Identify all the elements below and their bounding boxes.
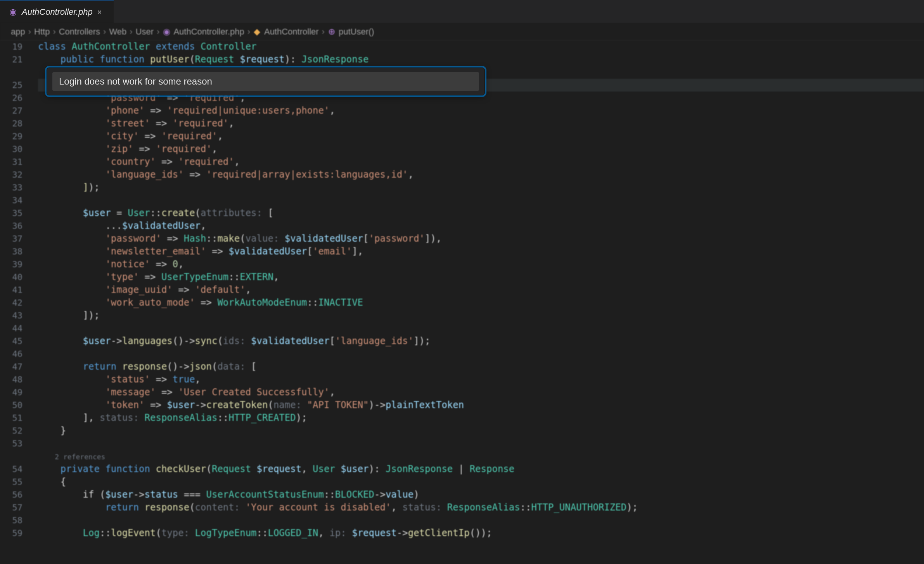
token (38, 233, 105, 244)
line-number: 31 (0, 156, 38, 168)
token: => (184, 169, 206, 180)
token: [ (329, 336, 335, 346)
token: JsonResponse (386, 464, 459, 474)
token: status: (402, 502, 447, 513)
token (38, 182, 83, 193)
token: Log (38, 528, 100, 538)
code-line[interactable] (38, 437, 924, 450)
code-line[interactable] (38, 322, 924, 335)
token: true (173, 374, 195, 385)
code-line[interactable]: 'zip' => 'required', (38, 143, 924, 156)
line-number: 21 (0, 53, 38, 66)
token: $request (352, 528, 397, 538)
code-line[interactable]: 'phone' => 'required|unique:users,phone'… (38, 104, 924, 117)
breadcrumb-segment[interactable]: AuthController (264, 27, 319, 37)
token: ( (240, 233, 245, 244)
line-number (0, 66, 38, 79)
code-line[interactable] (38, 348, 924, 360)
token: EXTERN (240, 272, 273, 282)
token: value (386, 489, 414, 500)
code-line[interactable]: 'status' => true, (38, 373, 924, 386)
token: $user (105, 489, 133, 500)
token: , (195, 374, 201, 385)
token (38, 144, 105, 154)
breadcrumb-segment[interactable]: Http (34, 27, 50, 37)
token: checkUser (156, 464, 206, 474)
token: , (273, 272, 279, 282)
token: :: (206, 233, 217, 244)
token: create (161, 208, 195, 218)
token: $validatedUser (285, 233, 363, 244)
token: => (139, 272, 161, 282)
breadcrumb-segment[interactable]: User (136, 27, 154, 37)
code-line[interactable]: 'token' => $user->createToken(name: "API… (38, 399, 924, 412)
line-number: 45 (0, 335, 38, 348)
breadcrumb-segment[interactable]: Web (109, 27, 126, 37)
breadcrumb-segment[interactable]: putUser() (339, 27, 374, 37)
token: :: (100, 528, 111, 538)
code-line[interactable]: public function putUser(Request $request… (38, 53, 924, 66)
close-icon[interactable]: × (97, 8, 105, 16)
code-line[interactable]: 'type' => UserTypeEnum::EXTERN, (38, 271, 924, 284)
token: 'User Created Successfully' (178, 387, 329, 398)
code-line[interactable]: 'street' => 'required', (38, 117, 924, 130)
line-number: 33 (0, 181, 38, 194)
code-line[interactable]: ], status: ResponseAlias::HTTP_CREATED); (38, 412, 924, 424)
code-line[interactable] (38, 514, 924, 527)
token: BLOCKED (335, 489, 374, 500)
code-line[interactable] (38, 194, 924, 207)
code-line[interactable]: Log::logEvent(type: LogTypeEnum::LOGGED_… (38, 527, 924, 540)
token: $request (240, 54, 285, 65)
editor-area[interactable]: 1921252627282930313233343536373839404142… (0, 40, 924, 564)
code-line[interactable]: 'message' => 'User Created Successfully'… (38, 386, 924, 399)
code-line[interactable]: class AuthController extends Controller (38, 40, 924, 53)
method-icon: ⊕ (328, 28, 336, 36)
token: 'city' (105, 131, 139, 142)
code-line[interactable]: 2 references (38, 450, 924, 463)
code-line[interactable]: ]); (38, 309, 924, 322)
code-line[interactable]: return response()->json(data: [ (38, 360, 924, 373)
code-line[interactable]: 'language_ids' => 'required|array|exists… (38, 168, 924, 181)
token: content: (195, 502, 246, 513)
code-line[interactable]: $user->languages()->sync(ids: $validated… (38, 335, 924, 348)
inline-chat-input[interactable] (52, 72, 479, 91)
breadcrumb-segment[interactable]: app (11, 27, 25, 37)
line-number: 49 (0, 386, 38, 399)
line-number: 42 (0, 296, 38, 309)
code-line[interactable]: 'work_auto_mode' => WorkAutoModeEnum::IN… (38, 296, 924, 309)
tab-active[interactable]: ◉ AuthController.php × (0, 0, 114, 23)
code-line[interactable]: 'image_uuid' => 'default', (38, 284, 924, 296)
code-line[interactable]: 'newsletter_email' => $validatedUser['em… (38, 245, 924, 258)
code-line[interactable]: { (38, 476, 924, 488)
code-line[interactable]: ]); (38, 181, 924, 194)
breadcrumb-segment[interactable]: Controllers (59, 27, 100, 37)
token: value: (246, 233, 285, 244)
token: :: (217, 412, 228, 423)
token (38, 156, 105, 167)
code-line[interactable]: ...$validatedUser, (38, 220, 924, 232)
code-line[interactable]: 'password' => Hash::make(value: $validat… (38, 232, 924, 245)
code-line[interactable]: 'notice' => 0, (38, 258, 924, 271)
code-viewport[interactable]: class AuthController extends Controller … (38, 40, 924, 564)
token: make (217, 233, 240, 244)
line-number: 32 (0, 168, 38, 181)
code-line[interactable]: private function checkUser(Request $requ… (38, 463, 924, 476)
token: 'image_uuid' (105, 284, 172, 295)
code-line[interactable]: return response(content: 'Your account i… (38, 501, 924, 514)
chevron-right-icon: › (28, 27, 31, 37)
token: ], (38, 412, 100, 423)
token: , (329, 387, 335, 398)
line-number: 27 (0, 104, 38, 117)
code-line[interactable]: if ($user->status === UserAccountStatusE… (38, 488, 924, 501)
line-number: 39 (0, 258, 38, 271)
token: | (459, 464, 470, 474)
code-line[interactable]: $user = User::create(attributes: [ (38, 207, 924, 220)
chevron-right-icon: › (247, 27, 250, 37)
token: 'newsletter_email' (105, 246, 206, 257)
code-line[interactable]: } (38, 424, 924, 437)
code-line[interactable]: 'city' => 'required', (38, 130, 924, 143)
code-line[interactable]: 'country' => 'required', (38, 156, 924, 168)
line-number: 34 (0, 194, 38, 207)
token (38, 272, 105, 282)
breadcrumb-segment[interactable]: AuthController.php (173, 27, 244, 37)
